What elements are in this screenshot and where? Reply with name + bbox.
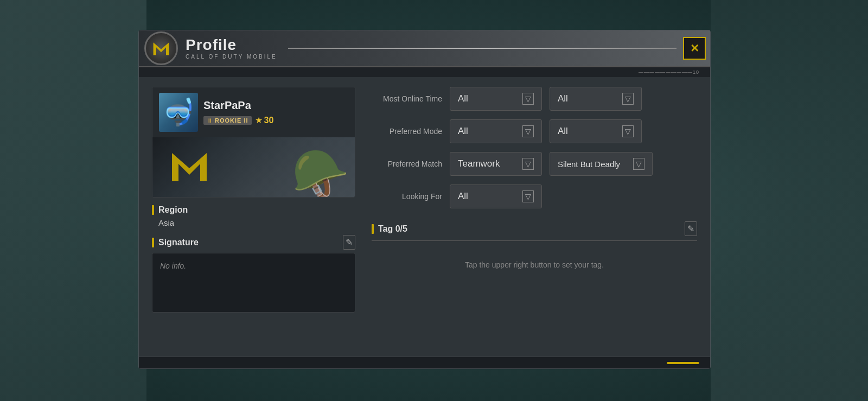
most-online-time-val1: All <box>458 93 517 104</box>
tag-title-row: Tag 0/5 <box>372 224 407 234</box>
rank-label: ROOKIE II <box>215 117 248 124</box>
title-bar: Profile CALL OF DUTY MOBILE ✕ <box>139 30 710 67</box>
avatar-icon: 🤿 <box>162 97 195 128</box>
tag-title: Tag 0/5 <box>378 224 407 234</box>
dialog-title: Profile <box>186 37 277 54</box>
profile-dialog: Profile CALL OF DUTY MOBILE ✕ ——————————… <box>138 30 711 369</box>
progress-row: ——————————10 <box>139 67 710 77</box>
profile-top: 🤿 StarPaPa ⏸ ROOKIE II ★ 30 <box>152 87 355 137</box>
star-count: 30 <box>264 116 274 125</box>
avatar: 🤿 <box>159 93 198 132</box>
rank-badge: ⏸ ROOKIE II <box>203 116 252 125</box>
rank-row: ⏸ ROOKIE II ★ 30 <box>203 115 273 125</box>
dropdown-arrow-icon-5: ▽ <box>522 158 534 170</box>
preferred-mode-label: Preferred Mode <box>372 127 442 136</box>
looking-for-dropdown-1[interactable]: All ▽ <box>450 184 542 208</box>
most-online-time-val2: All <box>558 93 617 104</box>
looking-for-label: Looking For <box>372 192 442 201</box>
right-panel: Most Online Time All ▽ All ▽ Preferred M… <box>372 87 697 347</box>
signature-title-row: Signature <box>152 238 199 247</box>
region-section: Region Asia <box>152 205 355 227</box>
region-header: Region <box>152 205 355 215</box>
region-value: Asia <box>152 218 355 227</box>
signature-title: Signature <box>158 238 199 247</box>
dropdown-arrow-icon-7: ▽ <box>522 190 534 202</box>
preferred-match-val1: Teamwork <box>458 158 517 169</box>
close-icon: ✕ <box>690 43 699 54</box>
bg-left-panel <box>0 0 146 401</box>
looking-for-val1: All <box>458 191 517 202</box>
preferred-match-label: Preferred Match <box>372 160 442 168</box>
signature-section: Signature ✎ No info. <box>152 235 355 313</box>
svg-marker-1 <box>172 153 207 181</box>
preferred-mode-val2: All <box>558 126 617 137</box>
soldier-silhouette: 🪖 <box>292 151 355 197</box>
signature-bar <box>152 238 154 247</box>
dialog-subtitle: CALL OF DUTY MOBILE <box>186 54 277 60</box>
region-title: Region <box>158 205 188 215</box>
signature-box: No info. <box>152 253 355 313</box>
signature-edit-icon[interactable]: ✎ <box>343 235 355 250</box>
dropdown-arrow-icon-6: ▽ <box>633 158 644 170</box>
preferred-mode-dropdown-1[interactable]: All ▽ <box>450 119 542 143</box>
bottom-bar <box>139 357 710 368</box>
signature-placeholder: No info. <box>160 262 186 270</box>
star-badge: ★ 30 <box>255 115 274 125</box>
banner-logo-icon <box>168 144 211 188</box>
dropdown-arrow-icon-1: ▽ <box>522 93 534 105</box>
most-online-time-label: Most Online Time <box>372 94 442 103</box>
profile-info: StarPaPa ⏸ ROOKIE II ★ 30 <box>203 99 273 125</box>
most-online-time-dropdown-1[interactable]: All ▽ <box>450 87 542 111</box>
preferred-mode-val1: All <box>458 126 517 137</box>
profile-banner: 🪖 🪖 <box>152 137 355 197</box>
logo-m-icon <box>151 39 171 58</box>
preferred-match-val2: Silent But Deadly <box>558 160 628 169</box>
preferred-match-row: Preferred Match Teamwork ▽ Silent But De… <box>372 152 697 176</box>
section-bar <box>152 205 154 215</box>
progress-label: ——————————10 <box>639 69 699 75</box>
left-panel: 🤿 StarPaPa ⏸ ROOKIE II ★ 30 <box>152 87 355 347</box>
signature-header: Signature ✎ <box>152 235 355 250</box>
rank-icon: ⏸ <box>207 117 213 124</box>
tag-section: Tag 0/5 ✎ Tap the upper right button to … <box>372 221 697 280</box>
dialog-content: 🤿 StarPaPa ⏸ ROOKIE II ★ 30 <box>139 77 710 357</box>
title-text-block: Profile CALL OF DUTY MOBILE <box>186 37 277 60</box>
tag-hint: Tap the upper right button to set your t… <box>372 250 697 280</box>
logo-circle <box>144 31 178 65</box>
close-button[interactable]: ✕ <box>683 37 706 60</box>
svg-marker-0 <box>154 42 169 55</box>
dropdown-arrow-icon-4: ▽ <box>622 125 634 137</box>
most-online-time-row: Most Online Time All ▽ All ▽ <box>372 87 697 111</box>
banner-logo <box>168 144 211 190</box>
banner-gradient: 🪖 <box>244 137 355 197</box>
preferred-mode-row: Preferred Mode All ▽ All ▽ <box>372 119 697 143</box>
preferred-match-dropdown-1[interactable]: Teamwork ▽ <box>450 152 542 176</box>
looking-for-row: Looking For All ▽ <box>372 184 697 208</box>
scroll-indicator <box>667 362 699 364</box>
title-divider <box>288 48 676 49</box>
tag-edit-icon[interactable]: ✎ <box>685 221 697 236</box>
dropdown-arrow-icon-2: ▽ <box>622 93 634 105</box>
profile-card: 🤿 StarPaPa ⏸ ROOKIE II ★ 30 <box>152 87 355 198</box>
preferred-mode-dropdown-2[interactable]: All ▽ <box>550 119 642 143</box>
star-icon: ★ <box>255 115 263 125</box>
most-online-time-dropdown-2[interactable]: All ▽ <box>550 87 642 111</box>
bg-right-panel <box>711 0 868 401</box>
tag-header: Tag 0/5 ✎ <box>372 221 697 241</box>
preferred-match-dropdown-2[interactable]: Silent But Deadly ▽ <box>550 152 653 176</box>
username: StarPaPa <box>203 99 273 112</box>
tag-bar <box>372 224 374 234</box>
dropdown-arrow-icon-3: ▽ <box>522 125 534 137</box>
